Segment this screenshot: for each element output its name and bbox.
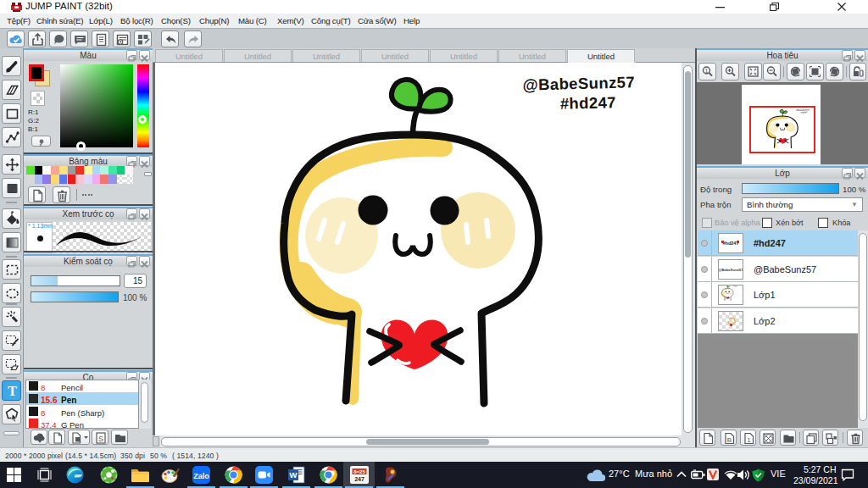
- svg-text:Zalo: Zalo: [193, 472, 209, 480]
- svg-text:B: B: [727, 436, 732, 444]
- svg-text:#hd247: #hd247: [723, 241, 739, 246]
- svg-text:247: 247: [354, 476, 364, 482]
- svg-text:1: 1: [747, 436, 751, 444]
- svg-text:@BabeSunz57: @BabeSunz57: [719, 268, 743, 272]
- svg-text:W: W: [290, 470, 298, 480]
- svg-text:T: T: [8, 384, 17, 398]
- svg-text:1: 1: [705, 68, 709, 74]
- svg-text:8=25: 8=25: [353, 469, 365, 474]
- svg-text:S: S: [98, 435, 103, 443]
